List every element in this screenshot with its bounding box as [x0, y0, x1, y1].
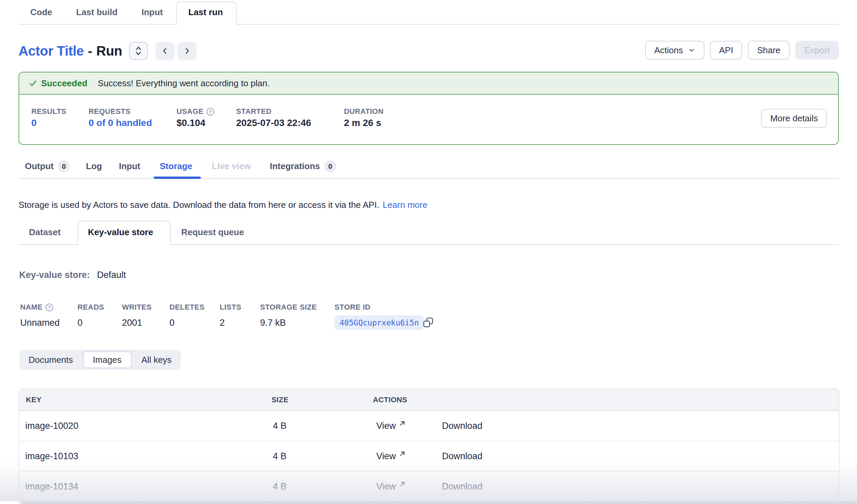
- actor-run-page: Code Last build Input Last run Actor Tit…: [0, 0, 857, 504]
- tab-dataset[interactable]: Dataset: [29, 220, 61, 244]
- view-link[interactable]: View: [376, 441, 405, 471]
- reads-cell: 0: [78, 318, 83, 328]
- tab-live-view: Live view: [212, 154, 251, 178]
- storage-size-cell: 9.7 kB: [260, 318, 286, 328]
- store-id-header: STORE ID: [335, 303, 371, 312]
- stat-started-value: 2025-07-03 22:46: [236, 118, 311, 128]
- row-size: 4 B: [273, 411, 287, 441]
- reads-header: READS: [78, 303, 104, 312]
- store-name-cell: Unnamed: [20, 318, 60, 328]
- tab-integrations-label: Integrations: [270, 161, 320, 171]
- chevron-right-icon: [183, 47, 191, 55]
- lists-cell: 2: [220, 318, 225, 328]
- integrations-count-badge: 0: [324, 161, 336, 172]
- share-button[interactable]: Share: [748, 41, 789, 60]
- download-link-label: Download: [442, 421, 482, 431]
- more-details-button[interactable]: More details: [761, 109, 827, 128]
- name-label-text: NAME: [20, 303, 43, 312]
- key-filter-segmented-control: Documents Images All keys: [19, 350, 181, 370]
- download-link-label: Download: [442, 482, 482, 492]
- copy-store-id-button[interactable]: [422, 316, 434, 329]
- actions-button-label: Actions: [654, 45, 683, 55]
- stat-results-value[interactable]: 0: [31, 118, 37, 128]
- tab-input[interactable]: Input: [141, 0, 163, 24]
- store-name-label: Key-value store:: [19, 270, 90, 280]
- table-row: image-10020 4 B View Download: [19, 411, 839, 441]
- store-name-value: Default: [97, 270, 126, 280]
- tab-request-queue[interactable]: Request queue: [181, 220, 244, 244]
- keys-table: KEY SIZE ACTIONS image-10020 4 B View: [18, 388, 839, 504]
- row-size: 4 B: [273, 472, 287, 501]
- storage-description: Storage is used by Actors to save data. …: [18, 198, 427, 212]
- external-link-icon: [399, 420, 405, 426]
- deletes-header: DELETES: [169, 303, 204, 312]
- previous-run-button[interactable]: [156, 42, 174, 60]
- storage-size-header: STORAGE SIZE: [260, 303, 317, 312]
- run-stats: RESULTS 0 REQUESTS 0 of 0 handled USAGE …: [19, 95, 838, 145]
- stat-started-label: STARTED: [236, 107, 271, 116]
- copy-icon: [423, 317, 434, 328]
- tab-output[interactable]: Output 0: [25, 154, 70, 178]
- chevron-down-icon: [688, 47, 695, 54]
- actor-title-link[interactable]: Actor Title: [18, 44, 84, 58]
- table-row: image-10134 4 B View Download: [19, 472, 839, 502]
- tab-storage[interactable]: Storage: [160, 154, 192, 178]
- export-button: Export: [795, 41, 839, 60]
- writes-header: WRITES: [122, 303, 152, 312]
- external-link-icon: [399, 450, 405, 457]
- name-help-icon[interactable]: ?: [46, 304, 53, 311]
- stat-requests-label: REQUESTS: [89, 107, 130, 116]
- download-link-label: Download: [442, 451, 482, 461]
- filter-images[interactable]: Images: [83, 351, 132, 368]
- view-link-label: View: [376, 421, 396, 431]
- view-link[interactable]: View: [376, 472, 405, 501]
- filter-documents[interactable]: Documents: [19, 350, 83, 370]
- storage-tabbar: Dataset Key-value store Request queue: [0, 220, 857, 245]
- status-badge: Succeeded: [41, 78, 87, 89]
- title-row: Actor Title - Run: [0, 41, 857, 61]
- next-run-button[interactable]: [178, 42, 197, 60]
- title-separator: -: [88, 44, 92, 58]
- tab-code[interactable]: Code: [30, 0, 52, 24]
- tab-key-value-store[interactable]: Key-value store: [88, 220, 153, 244]
- column-header-size: SIZE: [271, 389, 289, 410]
- table-header: KEY SIZE ACTIONS: [19, 389, 839, 411]
- run-selector-button[interactable]: [129, 42, 148, 60]
- header-actions: Actions API Share Export: [645, 41, 839, 60]
- column-header-actions: ACTIONS: [373, 389, 407, 410]
- store-stats: NAME ? READS WRITES DELETES LISTS STORAG…: [0, 301, 857, 333]
- lists-header: LISTS: [220, 303, 241, 312]
- stat-duration-label: DURATION: [344, 107, 384, 116]
- check-icon: [28, 79, 37, 88]
- view-link[interactable]: View: [376, 411, 405, 441]
- view-link-label: View: [376, 482, 396, 492]
- tab-log[interactable]: Log: [86, 154, 102, 178]
- tab-run-input[interactable]: Input: [119, 154, 140, 178]
- run-tabbar: Output 0 Log Input Storage Live view Int…: [0, 154, 857, 179]
- store-id-value[interactable]: 405GQcuprxeku6i5n: [335, 315, 424, 330]
- download-link[interactable]: Download: [442, 411, 482, 441]
- actor-tabbar: Code Last build Input Last run: [0, 0, 857, 24]
- api-button[interactable]: API: [710, 41, 742, 60]
- page-title: Actor Title - Run: [18, 41, 122, 61]
- run-tabbar-divider: [18, 178, 839, 179]
- view-link-label: View: [376, 451, 396, 461]
- download-link[interactable]: Download: [442, 472, 482, 501]
- run-status-card: Succeeded Success! Everything went accor…: [18, 72, 839, 145]
- chevron-left-icon: [161, 47, 169, 55]
- learn-more-link[interactable]: Learn more: [383, 200, 427, 210]
- filter-all-keys[interactable]: All keys: [132, 350, 181, 370]
- store-name-header: NAME ?: [20, 303, 53, 312]
- tab-last-build[interactable]: Last build: [76, 0, 118, 24]
- tab-integrations[interactable]: Integrations 0: [270, 154, 336, 178]
- stat-duration-value: 2 m 26 s: [344, 118, 381, 128]
- horizontal-scrollbar[interactable]: [20, 501, 857, 504]
- storage-description-text: Storage is used by Actors to save data. …: [18, 200, 379, 210]
- actions-button[interactable]: Actions: [645, 41, 704, 60]
- usage-help-icon[interactable]: ?: [206, 108, 214, 116]
- row-key: image-10134: [25, 472, 79, 501]
- download-link[interactable]: Download: [442, 441, 482, 471]
- stat-requests-value[interactable]: 0 of 0 handled: [89, 118, 152, 128]
- tab-last-run[interactable]: Last run: [188, 0, 223, 24]
- row-size: 4 B: [273, 441, 287, 471]
